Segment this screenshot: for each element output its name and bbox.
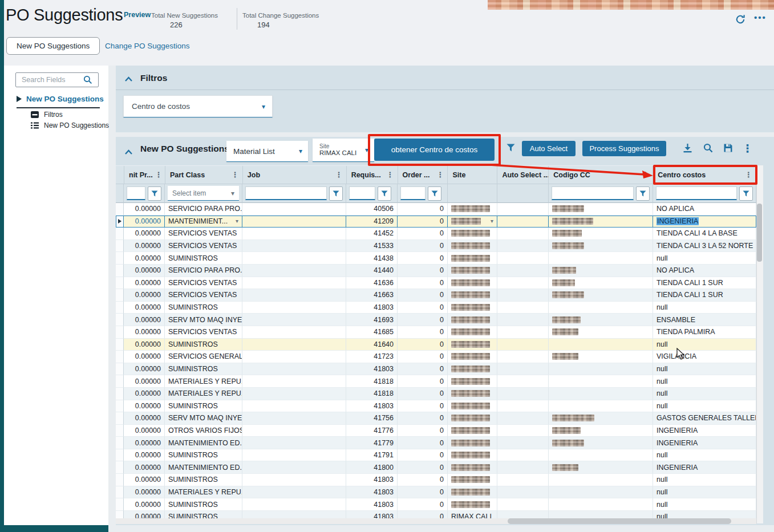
funnel-icon[interactable] bbox=[506, 144, 515, 154]
cell-part-class[interactable]: MANTENIMIENTO ED... bbox=[165, 461, 242, 474]
cell-order[interactable]: 0 bbox=[398, 216, 448, 228]
header-unit-price[interactable]: nit Pr...⋮ bbox=[124, 166, 165, 184]
material-list-dropdown[interactable]: Material List ▾ bbox=[226, 141, 308, 162]
cell-order[interactable]: 0 bbox=[398, 400, 448, 413]
row-marker[interactable] bbox=[116, 265, 124, 277]
cell-order[interactable]: 0 bbox=[398, 449, 448, 462]
cell-site[interactable] bbox=[448, 240, 497, 253]
cell-part-class[interactable]: MATERIALES Y REPU... bbox=[165, 375, 242, 388]
chevron-up-icon[interactable] bbox=[124, 74, 133, 80]
kebab-icon[interactable]: ⋮ bbox=[639, 170, 649, 179]
cell-job[interactable] bbox=[242, 277, 346, 290]
cell-job[interactable] bbox=[242, 363, 346, 376]
cell-requisition[interactable]: 41818 bbox=[346, 388, 398, 400]
table-row[interactable]: 0.00000SUMINISTROS418030null bbox=[116, 498, 756, 511]
cell-codigo-cc[interactable] bbox=[549, 265, 653, 277]
filter-input-order[interactable] bbox=[400, 186, 426, 200]
cell-centro-costos[interactable]: TIENDA CALI 1 SUR bbox=[653, 277, 756, 290]
cell-job[interactable] bbox=[242, 498, 346, 511]
cell-part-class[interactable]: SUMINISTROS bbox=[165, 302, 242, 314]
cell-unit-price[interactable]: 0.00000 bbox=[124, 339, 165, 351]
cell-part-class[interactable]: SUMINISTROS bbox=[165, 498, 242, 511]
obtener-centro-de-costos-button[interactable]: obtener Centro de costos bbox=[374, 139, 495, 161]
cell-auto-select[interactable] bbox=[497, 240, 549, 253]
cell-requisition[interactable]: 41803 bbox=[346, 498, 398, 511]
cell-unit-price[interactable]: 0.00000 bbox=[124, 498, 165, 511]
cell-part-class[interactable]: SERVICIO PARA PRO... bbox=[165, 265, 242, 277]
cell-centro-costos[interactable]: NO APLICA bbox=[653, 265, 756, 277]
cell-auto-select[interactable] bbox=[497, 289, 549, 302]
cell-unit-price[interactable]: 0.00000 bbox=[124, 437, 165, 449]
cell-requisition[interactable]: 41803 bbox=[346, 400, 398, 413]
cell-auto-select[interactable] bbox=[497, 498, 549, 511]
cell-site[interactable] bbox=[448, 302, 497, 314]
row-marker[interactable] bbox=[116, 351, 124, 363]
cell-auto-select[interactable] bbox=[497, 474, 549, 486]
cell-unit-price[interactable]: 0.00000 bbox=[124, 474, 165, 486]
cell-centro-costos[interactable]: null bbox=[653, 474, 756, 486]
cell-centro-costos[interactable]: null bbox=[653, 363, 756, 376]
cell-job[interactable] bbox=[242, 474, 346, 486]
cell-order[interactable]: 0 bbox=[398, 388, 448, 400]
row-marker[interactable] bbox=[116, 314, 124, 326]
cell-unit-price[interactable]: 0.00000 bbox=[124, 228, 165, 240]
search-input[interactable] bbox=[21, 75, 83, 84]
sidebar-item-filtros[interactable]: Filtros bbox=[31, 111, 63, 119]
table-row[interactable]: 0.00000MANTENIMIENTO ED...417790INGENIER… bbox=[116, 437, 756, 449]
row-marker[interactable] bbox=[116, 388, 124, 400]
row-marker[interactable] bbox=[116, 400, 124, 413]
cell-requisition[interactable]: 41818 bbox=[346, 375, 398, 388]
cell-centro-costos[interactable]: INGENIERIA bbox=[653, 425, 756, 437]
table-row[interactable]: 0.00000SERVICIOS GENERAL...417230VIGILAN… bbox=[116, 351, 756, 363]
cell-auto-select[interactable] bbox=[497, 412, 549, 425]
cell-part-class[interactable]: SUMINISTROS bbox=[165, 400, 242, 413]
row-marker[interactable] bbox=[116, 240, 124, 253]
sidebar-item-new-po-suggestions[interactable]: New PO Suggestions bbox=[31, 121, 109, 129]
cell-auto-select[interactable] bbox=[497, 302, 549, 314]
header-part-class[interactable]: Part Class⋮ bbox=[165, 166, 243, 184]
cell-codigo-cc[interactable] bbox=[549, 498, 653, 511]
cell-part-class[interactable]: SERVICIOS VENTAS bbox=[165, 228, 242, 240]
cell-auto-select[interactable] bbox=[497, 375, 549, 388]
cell-requisition[interactable]: 41685 bbox=[346, 326, 398, 339]
cell-codigo-cc[interactable] bbox=[549, 375, 653, 388]
tab-change-po-suggestions[interactable]: Change PO Suggestions bbox=[105, 42, 190, 50]
cell-unit-price[interactable]: 0.00000 bbox=[124, 326, 165, 339]
cell-job[interactable] bbox=[242, 240, 346, 253]
cell-order[interactable]: 0 bbox=[398, 302, 448, 314]
cell-job[interactable] bbox=[242, 252, 346, 265]
cell-unit-price[interactable]: 0.00000 bbox=[124, 302, 165, 314]
cell-order[interactable]: 0 bbox=[398, 339, 448, 351]
cell-auto-select[interactable] bbox=[497, 252, 549, 265]
cell-site[interactable] bbox=[448, 265, 497, 277]
cell-job[interactable] bbox=[242, 425, 346, 437]
cell-site[interactable] bbox=[448, 314, 497, 326]
cell-centro-costos[interactable]: null bbox=[653, 302, 756, 314]
cell-requisition[interactable]: 41803 bbox=[346, 363, 398, 376]
cell-unit-price[interactable]: 0.00000 bbox=[124, 486, 165, 499]
cell-codigo-cc[interactable] bbox=[549, 400, 653, 413]
header-auto-select[interactable]: Auto Select ... bbox=[497, 166, 549, 184]
cell-codigo-cc[interactable] bbox=[549, 425, 653, 437]
site-dropdown[interactable]: Site RIMAX CALI ▾ bbox=[313, 139, 374, 162]
cell-job[interactable] bbox=[242, 302, 346, 314]
cell-centro-costos[interactable]: null bbox=[653, 388, 756, 400]
table-row[interactable]: 0.00000MANTENIMIENTO ED...418000INGENIER… bbox=[116, 461, 756, 474]
cell-order[interactable]: 0 bbox=[398, 474, 448, 486]
cell-part-class[interactable]: OTROS VARIOS FIJOS bbox=[165, 425, 242, 437]
cell-requisition[interactable]: 41663 bbox=[346, 289, 398, 302]
table-row[interactable]: 0.00000SERVICIO PARA PRO...414400NO APLI… bbox=[116, 265, 756, 277]
horizontal-scrollbar-thumb[interactable] bbox=[508, 518, 731, 524]
table-row[interactable]: 0.00000MATERIALES Y REPU...418180null bbox=[116, 375, 756, 388]
cell-centro-costos[interactable]: null bbox=[653, 252, 756, 265]
cell-unit-price[interactable]: 0.00000 bbox=[124, 314, 165, 326]
table-row[interactable]: 0.00000MATERIALES Y REPU...418030null bbox=[116, 486, 756, 499]
cell-centro-costos[interactable]: null bbox=[653, 339, 756, 351]
cell-centro-costos[interactable]: null bbox=[653, 375, 756, 388]
cell-codigo-cc[interactable] bbox=[549, 203, 653, 216]
cell-auto-select[interactable] bbox=[497, 277, 549, 290]
cell-site[interactable] bbox=[448, 412, 497, 425]
cell-auto-select[interactable] bbox=[497, 449, 549, 462]
cell-codigo-cc[interactable] bbox=[549, 486, 653, 499]
cell-centro-costos[interactable]: TIENDA CALI 1 SUR bbox=[653, 289, 756, 302]
